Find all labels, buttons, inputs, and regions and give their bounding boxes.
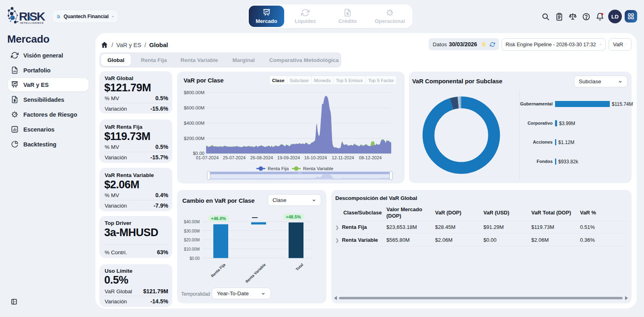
svg-text:$600.00M: $600.00M (184, 105, 204, 110)
svg-text:$40.00M: $40.00M (184, 220, 200, 224)
svg-text:01-07-2024: 01-07-2024 (196, 155, 219, 160)
svg-text:26-08-2024: 26-08-2024 (250, 155, 273, 160)
svg-text:16-10-2024: 16-10-2024 (304, 155, 327, 160)
svg-text:08-12-2024: 08-12-2024 (359, 155, 382, 160)
svg-text:$200.00M: $200.00M (184, 136, 204, 141)
svg-text:19-09-2024: 19-09-2024 (277, 155, 300, 160)
svg-text:Renta Fija: Renta Fija (268, 166, 289, 171)
svg-text:$400.00M: $400.00M (184, 121, 204, 126)
svg-text:$800.00M: $800.00M (184, 90, 204, 95)
svg-text:12-11-2024: 12-11-2024 (332, 155, 354, 160)
svg-text:25-07-2024: 25-07-2024 (223, 155, 246, 160)
svg-text:$10.00M: $10.00M (184, 247, 200, 251)
svg-text:$30.00M: $30.00M (184, 229, 200, 233)
svg-text:$20.00M: $20.00M (184, 238, 200, 242)
svg-text:Renta Variable: Renta Variable (303, 166, 333, 171)
svg-text:INTELLIGENCE: INTELLIGENCE (20, 21, 44, 24)
svg-text:$0.00: $0.00 (190, 256, 200, 261)
